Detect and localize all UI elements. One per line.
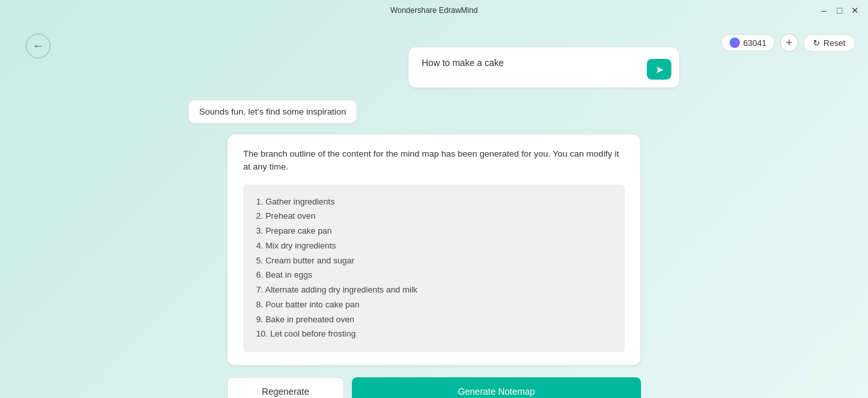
list-item: 6. Beat in eggs (256, 268, 612, 283)
send-icon: ➤ (655, 63, 664, 76)
list-item: 9. Bake in preheated oven (256, 313, 612, 327)
outline-card: The branch outline of the content for th… (227, 134, 641, 366)
app-title: Wondershare EdrawMind (390, 6, 477, 15)
ai-message-wrap: Sounds fun, let's find some inspiration (188, 100, 680, 124)
list-item: 10. Let cool before frosting (256, 327, 612, 342)
maximize-button[interactable]: □ (834, 5, 845, 16)
outline-list: 1. Gather ingredients2. Preheat oven3. P… (256, 195, 612, 342)
user-message-wrap: How to make a cake ➤ (188, 47, 680, 88)
list-item: 7. Alternate adding dry ingredients and … (256, 283, 612, 298)
close-button[interactable]: ✕ (850, 5, 860, 16)
list-item: 2. Preheat oven (256, 209, 612, 224)
list-item: 5. Cream butter and sugar (256, 254, 612, 269)
user-message-bubble: How to make a cake ➤ (408, 47, 680, 88)
minimize-button[interactable]: – (819, 5, 829, 16)
send-button[interactable]: ➤ (647, 59, 671, 80)
list-item: 3. Prepare cake pan (256, 224, 612, 239)
generate-notemap-button[interactable]: Generate Notemap (352, 377, 641, 398)
ai-message-bubble: Sounds fun, let's find some inspiration (188, 100, 357, 124)
outline-list-container: 1. Gather ingredients2. Preheat oven3. P… (243, 184, 625, 353)
regenerate-button[interactable]: Regenerate (227, 377, 344, 398)
buttons-row: Regenerate Generate Notemap (227, 377, 641, 398)
chat-area: How to make a cake ➤ Sounds fun, let's f… (0, 21, 868, 398)
list-item: 4. Mix dry ingredients (256, 239, 612, 254)
list-item: 1. Gather ingredients (256, 195, 612, 210)
outline-description: The branch outline of the content for th… (243, 148, 625, 174)
user-message-text: How to make a cake (422, 58, 669, 68)
title-bar: Wondershare EdrawMind – □ ✕ (0, 0, 868, 21)
window-controls: – □ ✕ (819, 0, 860, 21)
list-item: 8. Pour batter into cake pan (256, 298, 612, 313)
